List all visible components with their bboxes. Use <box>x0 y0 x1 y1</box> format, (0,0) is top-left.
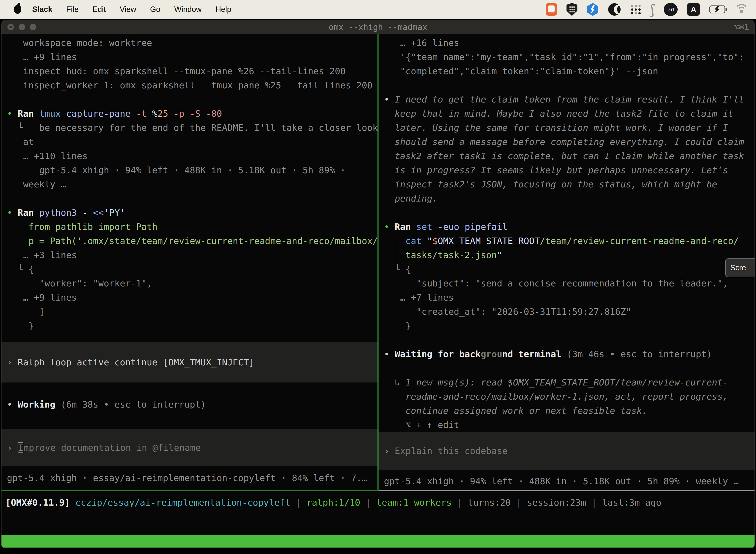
right-pane[interactable]: … +16 lines '{"team_name":"my-team","tas… <box>378 34 755 491</box>
omx-version-badge: [OMX#0.11.9] <box>5 497 70 508</box>
mailbox-message-line: ↳ 1 new msg(s): read $OMX_TEAM_STATE_ROO… <box>378 375 755 389</box>
menu-item-view[interactable]: View <box>120 5 136 14</box>
moon-icon[interactable] <box>608 3 621 16</box>
right-pane-bottom-border <box>378 491 755 491</box>
collapsed-lines-indicator: … +9 lines <box>1 50 378 64</box>
menu-app-name[interactable]: Slack <box>32 5 52 14</box>
apple-menu-icon[interactable] <box>14 5 21 14</box>
left-pane[interactable]: workspace_mode: worktree … +9 lines insp… <box>1 34 378 491</box>
prompt-line: › Improve documentation in @filename <box>1 441 201 455</box>
command-program: cat <box>384 236 422 246</box>
menu-item-edit[interactable]: Edit <box>92 5 106 14</box>
left-pane-bottom-border <box>1 491 378 491</box>
command-output: ] <box>1 304 378 319</box>
collapsed-lines-indicator: … +7 lines <box>378 290 755 304</box>
working-status-line: • Working (6m 38s • esc to interrupt) <box>1 397 378 411</box>
chevron-prompt-icon: › <box>7 357 12 367</box>
waiting-status-line: • Waiting for background terminal (3m 46… <box>378 347 755 361</box>
command-arg: - <box>77 208 87 218</box>
command-output: └ be necessary for the end of the README… <box>1 121 378 135</box>
command-output: "created_at": "2026-03-31T11:59:27.816Z" <box>378 304 755 319</box>
ralph-loop-line: › Ralph loop active continue [OMX_TMUX_I… <box>1 355 254 369</box>
thinking-line: should send a message before completing … <box>378 135 755 149</box>
command-output: at <box>1 135 378 149</box>
prompt-input-left[interactable]: › Improve documentation in @filename <box>1 429 378 466</box>
command-program: python3 <box>34 208 77 218</box>
waiting-detail: (3m 46s • esc to interrupt) <box>561 349 712 359</box>
command-line-cat: cat "$OMX_TEAM_STATE_ROOT/team/review-cu… <box>378 234 755 248</box>
redirect-operator: << <box>87 208 104 218</box>
thinking-line: pending. <box>378 191 755 206</box>
menu-item-go[interactable]: Go <box>150 5 160 14</box>
python-block: • Ran python3 - <<'PY' from pathlib impo… <box>1 206 378 333</box>
thinking-line: later. Using the same for transition mig… <box>378 121 755 135</box>
command-program: set <box>411 222 432 232</box>
command-output: └ { <box>378 262 755 276</box>
command-subcommand: capture-pane <box>61 108 131 119</box>
menu-item-file[interactable]: File <box>66 5 79 14</box>
status-bullet-icon: • <box>7 399 12 409</box>
dot-grid-icon[interactable] <box>630 4 641 15</box>
counter-badge-icon[interactable]: ..61 <box>664 3 678 16</box>
prompt-input-right[interactable]: › Explain this codebase <box>378 432 755 469</box>
menu-item-help[interactable]: Help <box>215 5 232 14</box>
battery-icon[interactable] <box>709 5 725 13</box>
a-key-icon[interactable]: A <box>687 3 700 16</box>
thinking-bullet-icon: • <box>384 94 389 105</box>
command-flag: -t <box>131 108 147 119</box>
tmux-status-bar: [omx-cczip0:bash* "MacBook-Pro-44.local"… <box>1 535 755 548</box>
edit-shortcut-hint: ⌥ + ↑ edit <box>378 418 755 432</box>
command-flags: -p -S -80 <box>168 108 222 119</box>
window-shortcut-hint: ⌥⌘1 <box>734 22 749 32</box>
quote-char: " <box>422 236 432 246</box>
run-bullet-icon: • <box>7 208 12 218</box>
waiting-label-shimmer: grou <box>481 349 502 359</box>
separator: | <box>360 497 377 508</box>
window-title: omx --xhigh --madmax <box>1 22 755 32</box>
thinking-text: I need to get the claim token from the c… <box>389 94 744 105</box>
waiting-label: nd terminal <box>502 349 561 359</box>
thinking-line: • I need to get the claim token from the… <box>378 92 755 107</box>
shield-icon[interactable] <box>567 3 577 16</box>
command-output: └ { <box>1 262 378 276</box>
command-output: "worker": "worker-1", <box>1 276 378 290</box>
text-cursor: I <box>18 442 23 453</box>
terminal-line: inspect_hud: omx sparkshell --tmux-pane … <box>1 64 378 78</box>
command-output: "subject": "send a concise recommendatio… <box>378 276 755 290</box>
hook-icon[interactable]: ʃ <box>651 4 654 15</box>
thinking-line: keep that in mind. Maybe I also need the… <box>378 107 755 121</box>
chevron-prompt-icon: › <box>7 443 18 453</box>
screen-tooltip: Scre <box>725 258 755 277</box>
command-line-python: • Ran python3 - <<'PY' <box>1 206 378 220</box>
command-output: } <box>1 319 378 333</box>
working-label: Working <box>12 399 55 409</box>
tmux-session-name[interactable]: [omx-cczip0:bash* <box>5 548 96 548</box>
command-line-cat-cont: tasks/task-2.json" <box>378 248 755 262</box>
ran-label: Ran <box>12 108 34 119</box>
ran-label: Ran <box>389 222 411 232</box>
heredoc-marker: 'PY' <box>104 208 125 218</box>
output-connector-line <box>18 222 18 267</box>
session-status-left: gpt-5.4 xhigh · essay/ai-reimplementatio… <box>1 471 378 485</box>
mailbox-message-line: readme-and-reco/mailbox/worker-1.json, a… <box>378 389 755 403</box>
omx-turns-counter: turns:20 <box>468 497 511 508</box>
chat-icon[interactable] <box>546 3 557 16</box>
omx-ralph-counter: ralph:1/10 <box>307 497 360 508</box>
command-line-tmux: • Ran tmux capture-pane -t %25 -p -S -80 <box>1 107 378 121</box>
battery-bolt-icon <box>714 6 719 13</box>
command-line-set: • Ran set -euo pipefail <box>378 220 755 234</box>
menu-item-window[interactable]: Window <box>174 5 201 14</box>
collapsed-lines-indicator: … +3 lines <box>1 248 378 262</box>
ralph-loop-banner: › Ralph loop active continue [OMX_TMUX_I… <box>1 342 378 383</box>
run-bullet-icon: • <box>384 222 389 232</box>
collapsed-lines-indicator: … +110 lines <box>1 149 378 163</box>
ralph-loop-text: Ralph loop active continue [OMX_TMUX_INJ… <box>12 357 254 367</box>
terminal-window: omx --xhigh --madmax ⌥⌘1 workspace_mode:… <box>1 20 755 548</box>
separator: | <box>291 497 307 508</box>
hex-bolt-icon[interactable] <box>587 3 599 16</box>
omx-status-line: [OMX#0.11.9] cczip/essay/ai-reimplementa… <box>5 495 752 510</box>
wifi-icon[interactable] <box>735 4 749 15</box>
ran-label: Ran <box>12 208 34 218</box>
terminal-line: workspace_mode: worktree <box>1 36 378 50</box>
omx-session-timer: session:23m <box>527 497 586 508</box>
